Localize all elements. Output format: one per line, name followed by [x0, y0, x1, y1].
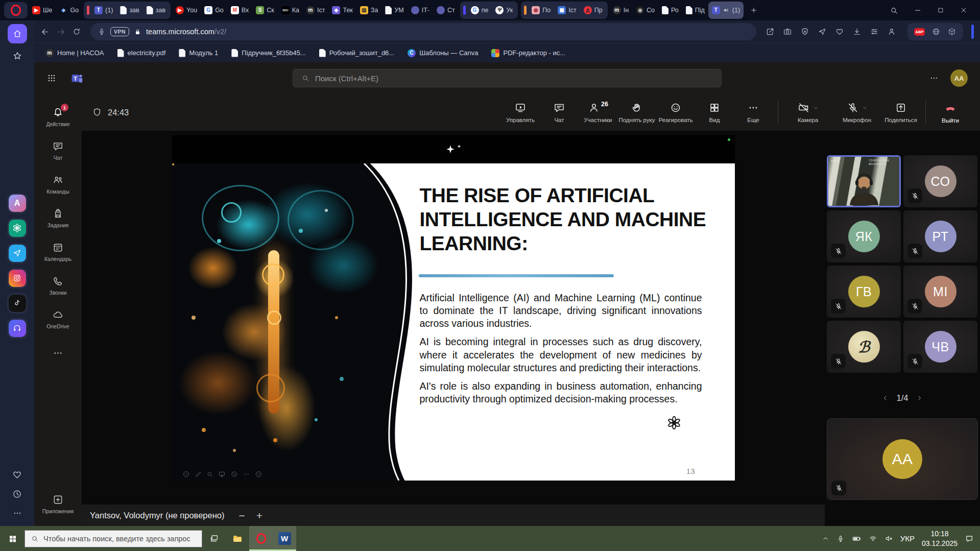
opera-menu-button[interactable]	[4, 2, 28, 18]
tab-chatgpt[interactable]: Со	[632, 2, 658, 19]
voice-search-mic-icon[interactable]	[98, 28, 106, 36]
pen-icon[interactable]	[195, 471, 202, 478]
tray-chevron-up-icon[interactable]	[822, 535, 829, 542]
bookmarks-star-icon[interactable]	[10, 49, 25, 63]
rail-item-onedrive[interactable]: OneDrive	[34, 302, 82, 336]
bookmark-heart-icon[interactable]	[835, 27, 844, 36]
meeting-button-raise-hand[interactable]: Поднять руку	[617, 102, 656, 123]
rail-item-calls[interactable]: Звонки	[34, 269, 82, 302]
rail-item-activity[interactable]: 1Действие	[34, 100, 82, 134]
participant-tile-gv[interactable]: ГВ	[827, 266, 901, 318]
rail-item-teams[interactable]: Команды	[34, 167, 82, 201]
waffle-icon[interactable]	[46, 73, 57, 83]
back-icon[interactable]	[40, 27, 50, 37]
self-video-tile[interactable]: АА	[827, 418, 978, 500]
bookmark-electricity-pdf[interactable]: electricity.pdf	[117, 49, 166, 57]
send-to-device-icon[interactable]	[818, 27, 827, 36]
start-button[interactable]	[1, 526, 25, 551]
tab-moodle-ist[interactable]: mІст	[303, 2, 328, 19]
bookmark-robochyi-zoshyt[interactable]: Робочий_зошит_d6...	[319, 49, 394, 57]
magnifier-icon[interactable]	[206, 471, 213, 478]
bookmark-pidruchnyk[interactable]: Підручник_6f35b45...	[231, 49, 305, 57]
tab-teams-notify[interactable]: T(1)	[91, 2, 116, 19]
maximize-icon[interactable]	[937, 7, 944, 14]
url-field[interactable]: VPN teams.microsoft.com/v2/	[90, 23, 756, 40]
reload-icon[interactable]	[72, 27, 81, 36]
zoom-in-button[interactable]: +	[256, 510, 262, 521]
forward-icon[interactable]	[56, 27, 66, 37]
tab-group-indicator[interactable]	[87, 6, 89, 15]
participant-tile-avatar[interactable]: ℬ	[827, 321, 901, 373]
adblock-abp-icon[interactable]: ABP	[914, 28, 925, 36]
rail-item-apps[interactable]: Приложения	[34, 487, 82, 521]
meeting-button-view[interactable]: Вид	[695, 102, 734, 123]
participant-tile-yak[interactable]: ЯК	[827, 210, 901, 262]
teams-avatar[interactable]: АА	[950, 69, 968, 87]
share-page-icon[interactable]	[766, 27, 775, 36]
tab-google-translate[interactable]: GGo	[201, 2, 227, 19]
new-tab-button[interactable]	[750, 6, 758, 14]
sidebar-app-aria[interactable]: A	[7, 193, 28, 213]
next-slide-icon[interactable]	[255, 470, 262, 478]
tab-doc-pid[interactable]: Під	[682, 2, 708, 19]
tab-ska[interactable]: SСк	[252, 2, 278, 19]
meeting-button-participants[interactable]: 26Участники	[579, 102, 617, 123]
tab-gmail[interactable]: MВх	[227, 2, 252, 19]
tab-group-indicator[interactable]	[524, 6, 527, 15]
tray-battery-icon[interactable]	[852, 534, 862, 543]
tab-diia[interactable]: дПр	[580, 2, 606, 19]
rail-item-calendar[interactable]: Календарь	[34, 235, 82, 269]
bookmark-canva[interactable]: CШаблоны — Canva	[408, 49, 478, 57]
tab-google-search[interactable]: Gпе	[467, 2, 492, 19]
profile-person-icon[interactable]	[887, 27, 896, 36]
participant-tile-co[interactable]: СО	[903, 155, 977, 207]
more-controls-icon[interactable]	[243, 470, 250, 478]
meeting-button-manage[interactable]: Управлять	[501, 102, 540, 123]
meeting-button-react[interactable]: Реагировать	[656, 102, 695, 123]
monitor-icon[interactable]	[218, 470, 226, 478]
page-next-icon[interactable]	[916, 394, 923, 402]
leave-button[interactable]: Выйти	[931, 101, 970, 124]
tray-language[interactable]: УКР	[900, 534, 915, 543]
teams-search-input[interactable]: Поиск (Ctrl+Alt+E)	[293, 69, 722, 87]
sidebar-app-instagram[interactable]	[7, 268, 28, 289]
tab-doc-ro[interactable]: Ро	[658, 2, 682, 19]
sidebar-toggle-pill[interactable]	[971, 25, 974, 39]
tab-doc-zav-1[interactable]: зав	[116, 2, 142, 19]
tab-zap[interactable]: ▤За	[356, 2, 382, 19]
downloads-icon[interactable]	[852, 27, 862, 36]
zoom-out-button[interactable]: −	[239, 510, 245, 521]
participant-tile-mi[interactable]: МІ	[903, 266, 977, 318]
tab-dou[interactable]: DOUКа	[278, 2, 303, 19]
vpn-badge[interactable]: VPN	[110, 27, 129, 36]
tab-doc-um[interactable]: УМ	[381, 2, 407, 19]
tab-moodle-ino[interactable]: mІн	[609, 2, 632, 19]
opera-taskbar-icon[interactable]	[249, 526, 273, 551]
tab-doc-zav-2[interactable]: зав	[143, 2, 169, 19]
tab-group-indicator[interactable]	[463, 6, 466, 15]
file-explorer-icon[interactable]	[226, 526, 249, 551]
sidebar-app-music-player[interactable]	[7, 318, 28, 339]
chevron-down-icon[interactable]	[813, 105, 819, 111]
sidebar-app-tiktok[interactable]	[7, 293, 28, 314]
tab-ste[interactable]: Ст	[433, 2, 459, 19]
globe-extension-icon[interactable]	[931, 27, 941, 36]
tray-clock[interactable]: 10:18 03.12.2025	[922, 529, 958, 548]
tab-youtube[interactable]: ▶Ше	[29, 2, 56, 19]
participant-tile-rt[interactable]: РТ	[903, 210, 977, 262]
taskbar-search-input[interactable]: Чтобы начать поиск, введите здесь запрос	[25, 530, 202, 547]
teams-more-icon[interactable]	[929, 73, 939, 83]
shield-blocker-icon[interactable]	[800, 27, 809, 36]
meeting-button-chat[interactable]: Чат	[540, 102, 579, 123]
meeting-button-share[interactable]: Поделиться	[881, 102, 920, 123]
sidebar-app-chatgpt[interactable]	[7, 218, 28, 238]
sidebar-more-icon[interactable]	[11, 507, 24, 520]
history-clock-icon[interactable]	[10, 487, 24, 501]
meeting-button-microphone[interactable]: Микрофон	[832, 102, 881, 123]
bookmark-home-hacoa[interactable]: mHome | HACOA	[45, 49, 104, 57]
tab-po[interactable]: ◉По	[528, 2, 554, 19]
rail-item-chat[interactable]: Чат	[34, 134, 82, 167]
bookmark-module-1[interactable]: Модуль 1	[179, 49, 218, 57]
tab-it[interactable]: ІТ-	[408, 2, 433, 19]
favorites-heart-icon[interactable]	[10, 468, 24, 482]
